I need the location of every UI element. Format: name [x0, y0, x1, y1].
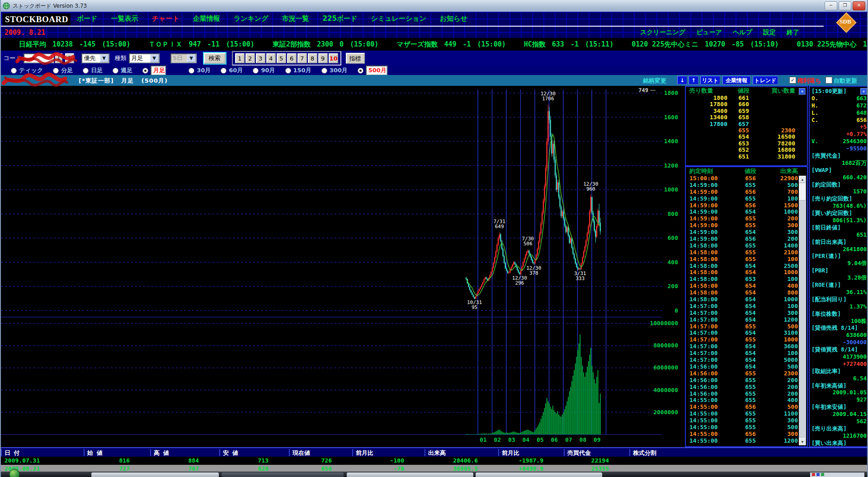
tape-row: 14:59:00655500 — [686, 182, 807, 189]
table-column-header: 前月比 — [498, 449, 519, 456]
page-button-3[interactable]: 3 — [256, 53, 265, 63]
corporate-info-button[interactable]: 企業情報 — [722, 76, 750, 84]
day-select-disabled: 5日▼ — [170, 53, 197, 63]
symbol-down-button[interactable]: ↓ — [677, 76, 687, 84]
timeframe-radio-30月[interactable]: 30月 — [189, 66, 211, 75]
svg-text:2000000: 2000000 — [653, 409, 678, 416]
title-bar[interactable]: ストックボード Version 3.73 ─ ❐ ✕ — [1, 0, 867, 12]
summary-row: L.648 — [810, 109, 868, 117]
tape-row: 14:55:006551100 — [686, 411, 807, 417]
menu-item-1[interactable]: 一覧表示 — [111, 14, 138, 23]
page-button-10[interactable]: 10 — [329, 53, 338, 63]
orderbook-panel: 売り数量 値段 買い数量 ✕ 1800661178006603400659134… — [685, 86, 808, 166]
menu-item-7[interactable]: シミュレーション — [371, 14, 426, 23]
tape-row: 14:57:00655500 — [686, 323, 807, 330]
secondary-menu-item-1[interactable]: ビューア — [696, 28, 722, 37]
timeframe-radio-月足[interactable]: 月足 — [142, 65, 166, 75]
summary-row: [PER(連)] — [810, 253, 868, 260]
orderbook-row: 65378200 — [686, 140, 807, 147]
page-button-6[interactable]: 6 — [287, 53, 297, 63]
menu-item-8[interactable]: お知らせ — [440, 14, 467, 23]
timeframe-radio-週足[interactable]: 週足 — [113, 66, 132, 75]
menu-divider — [1, 26, 824, 27]
timeframe-radio-90月[interactable]: 90月 — [253, 66, 275, 75]
page-button-2[interactable]: 2 — [245, 53, 255, 63]
summary-row: 2009.04.15 — [810, 411, 868, 418]
page-button-9[interactable]: 9 — [318, 53, 328, 63]
secondary-menu-item-4[interactable]: 終了 — [787, 28, 799, 37]
close-icon[interactable]: ✕ — [799, 88, 806, 95]
svg-text:06: 06 — [551, 436, 558, 443]
tape-row: 14:56:00655200 — [686, 391, 807, 398]
timeframe-radio-150月[interactable]: 150月 — [285, 66, 311, 75]
table-column-header: 安 値 — [219, 449, 238, 456]
taskbar-button[interactable] — [476, 472, 602, 477]
taskbar-button[interactable] — [91, 472, 219, 477]
table-row[interactable]: 2009.07.31816884713726-10028406.6-1987.9… — [1, 457, 868, 465]
menu-item-6[interactable]: 225ボード — [323, 14, 358, 23]
timeframe-radio-300月[interactable]: 300月 — [321, 66, 348, 75]
summary-row: [買い約定回数] — [810, 210, 868, 217]
time-and-sales-panel: 約定時刻 値段 出来高 15:00:006562290014:59:006555… — [685, 166, 808, 447]
index-ticker-item: 0130 225先物中心10280-80(15:10) — [791, 40, 867, 49]
summary-row: 763(48.6%) — [810, 202, 868, 210]
taskbar-button-active[interactable] — [222, 472, 344, 477]
timeframe-radio-日足[interactable]: 日足 — [83, 66, 103, 75]
windows-taskbar[interactable] — [1, 472, 868, 477]
autoupdate-checkbox[interactable] — [826, 77, 832, 84]
close-icon[interactable]: ✕ — [860, 88, 867, 95]
restore-button[interactable]: ❐ — [839, 1, 851, 10]
scrollbar-thumb[interactable] — [799, 183, 806, 201]
symbol-up-button[interactable]: ↑ — [689, 76, 698, 84]
summary-row: 100株 — [810, 318, 868, 325]
menu-item-3[interactable]: 企業情報 — [193, 14, 220, 23]
page-button-1[interactable]: 1 — [235, 53, 245, 63]
summary-row: [売り約定回数] — [810, 195, 868, 202]
system-tray[interactable] — [810, 472, 864, 477]
page-button-7[interactable]: 7 — [297, 53, 307, 63]
page-button-8[interactable]: 8 — [308, 53, 317, 63]
index-ticker-item: HC指数633-1(15:11) — [518, 40, 613, 49]
tape-row: 14:55:006551200 — [686, 438, 807, 444]
summary-row: 3.28倍 — [810, 274, 868, 281]
taskbar-button[interactable] — [347, 472, 473, 477]
priority-select[interactable]: 優先▼ — [81, 53, 109, 63]
chevron-down-icon[interactable]: ▼ — [100, 54, 108, 62]
summary-row: [前日終値] — [810, 224, 868, 231]
secondary-menu-item-3[interactable]: 設定 — [763, 28, 776, 37]
search-button[interactable]: 検索 — [204, 53, 226, 64]
list-button[interactable]: リスト — [700, 76, 720, 84]
tape-scrollbar[interactable]: ▲ ▼ — [799, 176, 806, 445]
timeframe-select[interactable]: 月足▼ — [129, 53, 160, 63]
chart-area: 0200400600800100012001400160018002000000… — [1, 86, 868, 447]
chevron-down-icon[interactable]: ▼ — [150, 54, 159, 62]
menu-item-4[interactable]: ランキング — [234, 14, 269, 23]
timeframe-radio-500月[interactable]: 500月 — [358, 65, 387, 75]
minimize-button[interactable]: ─ — [825, 1, 837, 10]
menu-item-0[interactable]: ボード — [77, 14, 98, 23]
summary-row: [年初来安値] — [810, 403, 868, 411]
candlestick-chart[interactable]: 0200400600800100012001400160018002000000… — [1, 86, 684, 447]
monthly-data-table: 日 付始 値高 値安 値現在値前月比出来高前月比売買代金株式分割 2009.07… — [1, 447, 868, 472]
exright-checkbox[interactable]: ✓ — [789, 77, 796, 84]
secondary-menu-item-2[interactable]: ヘルプ — [733, 28, 752, 37]
svg-text:600: 600 — [668, 234, 679, 241]
secondary-menu-item-0[interactable]: スクリーニング — [640, 28, 685, 37]
page-button-5[interactable]: 5 — [277, 53, 286, 63]
scroll-down-icon[interactable]: ▼ — [799, 438, 806, 445]
menu-item-2[interactable]: チャート — [152, 14, 179, 23]
menu-item-5[interactable]: 市況一覧 — [282, 14, 309, 23]
svg-text:1000: 1000 — [664, 186, 678, 193]
tape-row: 14:56:00655200 — [686, 377, 807, 384]
svg-text:800: 800 — [668, 210, 679, 217]
start-orb-icon[interactable] — [9, 469, 20, 477]
tape-row: 14:57:00654300 — [686, 310, 807, 317]
indicator-button[interactable]: 指標 — [346, 53, 365, 64]
tape-row: 14:58:006541000 — [686, 296, 807, 303]
scroll-up-icon[interactable]: ▲ — [799, 176, 806, 183]
timeframe-radio-60月[interactable]: 60月 — [221, 66, 243, 75]
page-button-4[interactable]: 4 — [266, 53, 276, 63]
summary-row: O.663 — [810, 95, 868, 102]
close-button[interactable]: ✕ — [853, 1, 865, 10]
trend-button[interactable]: トレンド — [753, 76, 778, 84]
